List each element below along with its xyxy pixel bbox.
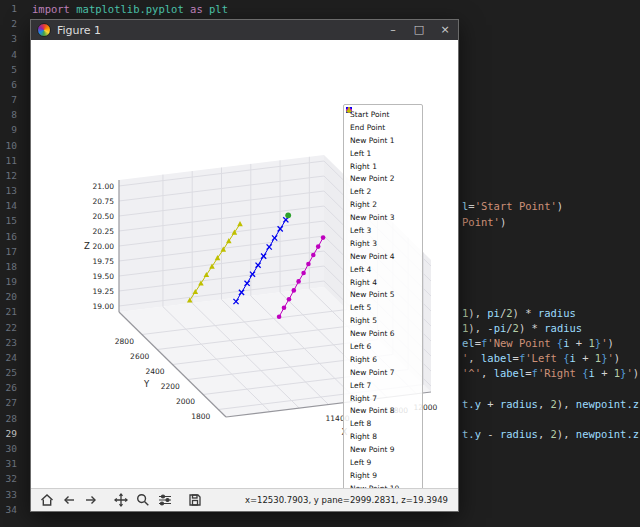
- home-icon[interactable]: [37, 491, 57, 509]
- line-number: 15: [0, 215, 26, 230]
- code-line: el=f'New Point {i + 1}'): [462, 337, 614, 352]
- svg-text:Z: Z: [84, 241, 90, 251]
- svg-text:2800: 2800: [115, 337, 134, 346]
- line-number: 24: [0, 352, 26, 367]
- svg-text:20.50: 20.50: [93, 212, 115, 221]
- close-button[interactable]: ×: [432, 20, 458, 40]
- line-number: 23: [0, 337, 26, 352]
- legend-entry: New Point 6: [344, 327, 422, 340]
- code-line: import matplotlib.pyplot as plt: [32, 3, 228, 18]
- code-line: t.y - radius, 2), newpoint.z): [462, 428, 640, 443]
- svg-text:19.50: 19.50: [93, 272, 115, 281]
- code-line: '^', label=f'Right {i + 1}'): [462, 367, 639, 382]
- figure-titlebar[interactable]: Figure 1 – □ ×: [31, 20, 458, 40]
- legend-entry: Right 6: [344, 353, 422, 366]
- maximize-button[interactable]: □: [406, 20, 432, 40]
- code-line: 1), -pi/2) * radius: [462, 322, 582, 337]
- legend-entry: Left 9: [344, 456, 422, 469]
- line-number: 4: [0, 49, 26, 64]
- line-number: 33: [0, 489, 26, 504]
- legend-entry: Right 7: [344, 392, 422, 405]
- legend-entry: Right 2: [344, 198, 422, 211]
- pan-icon[interactable]: [111, 491, 131, 509]
- line-number: 30: [0, 443, 26, 458]
- window-title: Figure 1: [57, 24, 101, 37]
- svg-text:20.25: 20.25: [93, 227, 115, 236]
- line-number: 32: [0, 473, 26, 488]
- legend-entry: Left 3: [344, 224, 422, 237]
- line-number: 29: [0, 428, 26, 443]
- line-number: 8: [0, 109, 26, 124]
- line-number: 21: [0, 306, 26, 321]
- figure-window: Figure 1 – □ × 19.0019.2519.5019.7520.00…: [30, 19, 459, 512]
- svg-text:20.75: 20.75: [93, 197, 115, 206]
- legend-entry: Left 7: [344, 379, 422, 392]
- svg-text:2600: 2600: [130, 352, 149, 361]
- line-number: 2: [0, 18, 26, 33]
- legend-entry: New Point 8: [344, 404, 422, 417]
- legend-entry: Right 5: [344, 314, 422, 327]
- code-line: Point'): [462, 216, 506, 231]
- line-number: 3: [0, 33, 26, 48]
- legend-entry: Left 2: [344, 185, 422, 198]
- cursor-coordinates: x=12530.7903, y pane=2999.2831, z=19.394…: [245, 495, 452, 505]
- line-number: 1: [0, 3, 26, 18]
- legend-entry: Right 8: [344, 430, 422, 443]
- svg-text:Y: Y: [143, 379, 150, 389]
- line-number: 14: [0, 200, 26, 215]
- line-number-gutter: 1234567891011121314151617181920212223242…: [0, 0, 26, 519]
- legend-entry: Left 6: [344, 340, 422, 353]
- code-line: ', label=f'Left {i + 1}'): [462, 352, 620, 367]
- legend-entry: New Point 2: [344, 172, 422, 185]
- forward-icon[interactable]: [81, 491, 101, 509]
- legend-entry: Left 4: [344, 263, 422, 276]
- line-number: 19: [0, 276, 26, 291]
- legend-entry: Right 3: [344, 237, 422, 250]
- line-number: 26: [0, 382, 26, 397]
- svg-text:2400: 2400: [145, 367, 164, 376]
- minimize-button[interactable]: –: [380, 20, 406, 40]
- save-icon[interactable]: [185, 491, 205, 509]
- line-number: 25: [0, 367, 26, 382]
- line-number: 10: [0, 140, 26, 155]
- line-number: 27: [0, 397, 26, 412]
- line-number: 9: [0, 124, 26, 139]
- matplotlib-logo-icon: [37, 23, 51, 37]
- subplots-icon[interactable]: [155, 491, 175, 509]
- legend-entry: New Point 4: [344, 250, 422, 263]
- legend-entry: New Point 7: [344, 366, 422, 379]
- legend-entry: Right 4: [344, 276, 422, 289]
- line-number: 7: [0, 94, 26, 109]
- zoom-icon[interactable]: [133, 491, 153, 509]
- legend-entry: New Point 9: [344, 443, 422, 456]
- legend-entry: New Point 3: [344, 211, 422, 224]
- svg-text:20.00: 20.00: [93, 242, 115, 251]
- line-number: 16: [0, 231, 26, 246]
- legend-entry: New Point 5: [344, 288, 422, 301]
- code-line: t.y + radius, 2), newpoint.z): [462, 398, 640, 413]
- line-number: 6: [0, 79, 26, 94]
- legend-entry: Left 5: [344, 301, 422, 314]
- line-number: 22: [0, 322, 26, 337]
- legend-entry: Right 1: [344, 160, 422, 173]
- legend-entry: New Point 10: [344, 482, 422, 488]
- line-number: 11: [0, 155, 26, 170]
- svg-text:19.00: 19.00: [93, 302, 115, 311]
- line-number: 12: [0, 170, 26, 185]
- code-line: 1), pi/2) * radius: [462, 307, 576, 322]
- line-number: 13: [0, 185, 26, 200]
- line-number: 5: [0, 64, 26, 79]
- plot-legend: Start PointEnd PointNew Point 1Left 1Rig…: [343, 104, 423, 488]
- figure-toolbar: x=12530.7903, y pane=2999.2831, z=19.394…: [31, 488, 458, 511]
- legend-entry: End Point: [344, 121, 422, 134]
- line-number: 17: [0, 246, 26, 261]
- legend-entry: Right 9: [344, 469, 422, 482]
- back-icon[interactable]: [59, 491, 79, 509]
- svg-text:1800: 1800: [191, 412, 210, 421]
- legend-entry: Left 1: [344, 147, 422, 160]
- legend-entry: New Point 1: [344, 134, 422, 147]
- svg-text:19.25: 19.25: [93, 287, 115, 296]
- line-number: 20: [0, 291, 26, 306]
- legend-entry: Start Point: [344, 108, 422, 121]
- plot-canvas[interactable]: 19.0019.2519.5019.7520.0020.2520.5020.75…: [31, 40, 458, 488]
